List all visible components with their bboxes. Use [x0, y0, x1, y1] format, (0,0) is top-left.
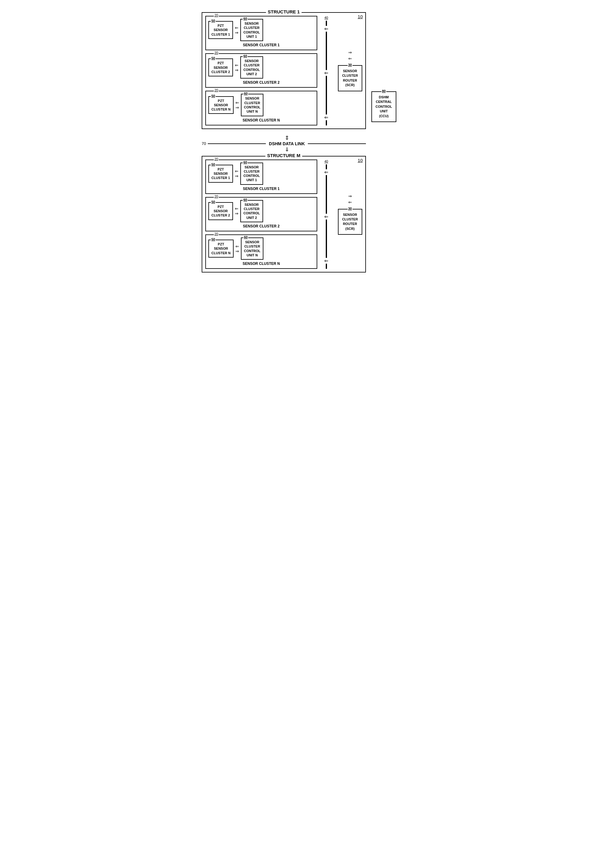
m-arrow-right-n: ⇒: [235, 249, 239, 253]
m-cluster-1-inner: 50 PZTSENSORCLUSTER 1 ⇐ ⇒ 60 SENSORCLUST…: [208, 163, 314, 185]
m-cluster-1-num2: 20: [214, 157, 219, 161]
bus-arrow-left-1: ⇐: [324, 26, 328, 31]
arrow-left-2: ⇐: [235, 63, 238, 67]
m-arrow-left-1: ⇐: [235, 169, 238, 174]
structure-m-clusters: 20 50 PZTSENSORCLUSTER 1 ⇐ ⇒: [205, 159, 317, 269]
cluster-n-label: SENSOR CLUSTER N: [208, 118, 314, 122]
scr-area-1: ⇒ ⇐ 30 SENSORCLUSTERROUTER(SCR): [338, 16, 362, 126]
m-arrow-left-n: ⇐: [235, 244, 239, 249]
m-bus-arrow-left-n: ⇐: [324, 258, 328, 264]
m-scu-box-2: 60 SENSORCLUSTERCONTROLUNIT 2: [240, 200, 263, 222]
m-bus-arrow-n: ⇐: [324, 258, 328, 264]
m-cluster-n-num2: 20: [214, 232, 219, 235]
m-cluster-2: 20 50 PZTSENSORCLUSTER 2 ⇐ ⇒: [205, 197, 317, 231]
m-arrow-right-2: ⇒: [235, 211, 238, 216]
pzt-label-1: 50: [211, 19, 216, 23]
scr-box-1: 30 SENSORCLUSTERROUTER(SCR): [338, 65, 362, 91]
scr-arrow-left-1: ⇐: [348, 56, 352, 61]
dshm-up-arrow: ⇕: [285, 135, 289, 141]
scu-label-1: 60: [243, 16, 248, 21]
m-arrows-1: ⇐ ⇒: [233, 169, 240, 178]
scu-label-2: 60: [243, 54, 248, 58]
arrow-left-1: ⇐: [235, 25, 238, 30]
m-arrows-n: ⇐ ⇒: [233, 244, 241, 253]
bus-arrow-left-n: ⇐: [324, 114, 328, 120]
scr-num-m: 30: [347, 207, 352, 211]
cluster-2: 20 50 PZTSENSORCLUSTER 2 ⇐ ⇒: [205, 53, 317, 88]
dshm-line-left: [208, 143, 266, 144]
ccu-box: 80 DSHMCENTRALCONTROLUNIT(CCU): [371, 91, 396, 122]
cluster-2-inner: 50 PZTSENSORCLUSTER 2 ⇐ ⇒ 60 SENSORCLUST…: [208, 56, 314, 78]
arrow-right-1: ⇒: [235, 30, 238, 35]
bus-arrow-n: ⇐: [324, 114, 328, 120]
m-scu-label-1: 60: [243, 160, 248, 164]
cluster-1-inner: 50 PZTSENSORCLUSTER 1 ⇐ ⇒ 60 SENSORCLUST…: [208, 19, 314, 41]
pzt-box-1: 50 PZTSENSORCLUSTER 1: [208, 21, 233, 39]
arrow-right-n: ⇒: [235, 105, 239, 110]
cluster-n-inner: 50 PZTSENSORCLUSTER N ⇐ ⇒ 60 SENSORCLUST…: [208, 94, 314, 116]
arrow-right-2: ⇒: [235, 67, 238, 72]
structure-1-id: 10: [358, 14, 363, 19]
m-scr-arrows: ⇒ ⇐: [348, 193, 352, 205]
pzt-box-n: 50 PZTSENSORCLUSTER N: [208, 96, 233, 114]
dshm-text: DSHM DATA LINK: [269, 141, 305, 146]
m-arrows-2: ⇐ ⇒: [233, 206, 240, 216]
m-cluster-2-inner: 50 PZTSENSORCLUSTER 2 ⇐ ⇒ 60 SENSORCLUST…: [208, 200, 314, 222]
structure-1-inner: 20 50 PZTSENSORCLUSTER 1 ⇐ ⇒: [205, 16, 362, 126]
arrow-left-n: ⇐: [235, 100, 239, 105]
m-pzt-box-2: 50 PZTSENSORCLUSTER 2: [208, 202, 233, 220]
cluster-1-pzt-num2: 20: [214, 13, 219, 17]
m-scu-box-1: 60 SENSORCLUSTERCONTROLUNIT 1: [240, 163, 263, 185]
m-bus-arrow-left-1: ⇐: [324, 169, 328, 175]
m-bus-arrow-1: ⇐: [324, 169, 328, 175]
pzt-box-2: 50 PZTSENSORCLUSTER 2: [208, 58, 233, 76]
m-pzt-label-1: 50: [211, 162, 216, 166]
m-bus-arrow-left-2: ⇐: [324, 214, 328, 219]
scr-box-m: 30 SENSORCLUSTERROUTER(SCR): [338, 209, 362, 235]
cluster-n-pzt-num2: 20: [214, 88, 219, 92]
arrows-1: ⇐ ⇒: [233, 25, 240, 35]
dshm-label-70: 70: [202, 141, 206, 146]
scu-label-n: 60: [243, 91, 248, 96]
m-cluster-2-label: SENSOR CLUSTER 2: [208, 224, 314, 228]
m-cluster-1: 20 50 PZTSENSORCLUSTER 1 ⇐ ⇒: [205, 159, 317, 194]
cluster-2-pzt-num2: 20: [214, 51, 219, 54]
bus-id-m: 40: [324, 159, 328, 163]
dshm-line-right: [308, 143, 366, 144]
m-arrow-left-2: ⇐: [235, 206, 238, 211]
structure-m-id: 10: [358, 158, 363, 163]
structure-1-block: STRUCTURE 1 10 20 50 PZTSENSORC: [202, 12, 366, 129]
scu-box-n: 60 SENSORCLUSTERCONTROLUNIT N: [241, 94, 263, 116]
structure-m-block: STRUCTURE M 10 20 50 PZTSENSORCLUSTER 1: [202, 156, 366, 273]
dshm-link-area: 70 ⇕ DSHM DATA LINK ⇓: [202, 135, 366, 153]
ccu-num: 80: [381, 89, 386, 93]
ccu-area: 80 DSHMCENTRALCONTROLUNIT(CCU): [371, 91, 396, 122]
scr-arrows-1: ⇒ ⇐: [348, 50, 352, 61]
m-cluster-n-inner: 50 PZTSENSORCLUSTER N ⇐ ⇒ 60 SENSORCLUST…: [208, 237, 314, 260]
m-cluster-n-label: SENSOR CLUSTER N: [208, 262, 314, 266]
bus-area-1: 40 ⇐ ⇐: [317, 16, 335, 126]
m-scu-box-n: 60 SENSORCLUSTERCONTROLUNIT N: [241, 237, 263, 260]
arrows-n: ⇐ ⇒: [233, 100, 241, 110]
bus-arrow-left-2: ⇐: [324, 70, 328, 76]
m-pzt-label-n: 50: [211, 237, 216, 241]
m-cluster-2-num2: 20: [214, 195, 219, 198]
scu-box-2: 60 SENSORCLUSTERCONTROLUNIT 2: [240, 56, 263, 78]
m-arrow-right-1: ⇒: [235, 174, 238, 178]
pzt-label-2: 50: [211, 56, 216, 60]
cluster-1-label: SENSOR CLUSTER 1: [208, 43, 314, 47]
m-scr-arrow-right: ⇒: [348, 193, 352, 198]
m-scu-label-n: 60: [243, 235, 248, 239]
cluster-n: 20 50 PZTSENSORCLUSTER N ⇐ ⇒: [205, 91, 317, 125]
m-cluster-1-label: SENSOR CLUSTER 1: [208, 187, 314, 191]
m-cluster-n: 20 50 PZTSENSORCLUSTER N ⇐ ⇒: [205, 234, 317, 269]
structure-m-label: STRUCTURE M: [265, 153, 302, 158]
arrows-2: ⇐ ⇒: [233, 63, 240, 72]
m-bus-arrow-2: ⇐: [324, 214, 328, 219]
m-pzt-box-1: 50 PZTSENSORCLUSTER 1: [208, 165, 233, 183]
m-scr-arrow-left: ⇐: [348, 200, 352, 205]
bus-arrow-2: ⇐: [324, 70, 328, 76]
structure-m-inner: 20 50 PZTSENSORCLUSTER 1 ⇐ ⇒: [205, 159, 362, 269]
cluster-2-label: SENSOR CLUSTER 2: [208, 80, 314, 85]
m-pzt-box-n: 50 PZTSENSORCLUSTER N: [208, 240, 233, 258]
